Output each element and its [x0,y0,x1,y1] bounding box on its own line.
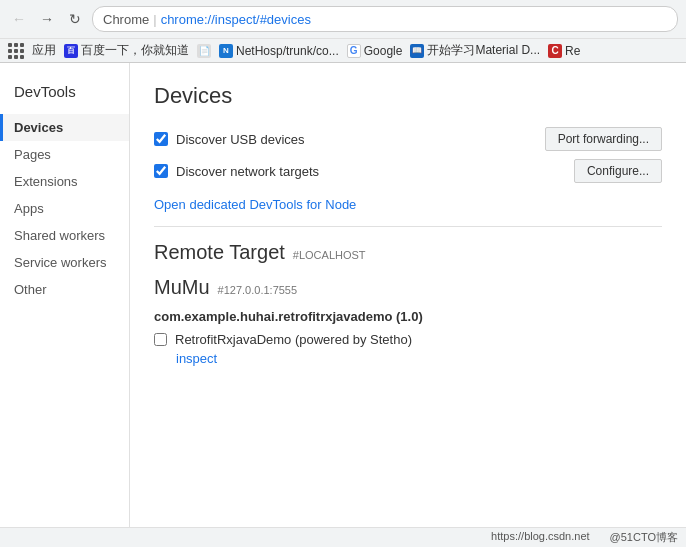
sidebar-item-extensions[interactable]: Extensions [0,168,129,195]
sidebar-item-shared-workers[interactable]: Shared workers [0,222,129,249]
sidebar-item-apps[interactable]: Apps [0,195,129,222]
status-watermark: @51CTO博客 [610,530,678,545]
re-favicon: C [548,44,562,58]
browser-toolbar: ← → ↻ Chrome | chrome://inspect/#devices [0,0,686,38]
bookmark-material[interactable]: 📖 开始学习Material D... [410,42,540,59]
address-url: chrome://inspect/#devices [161,12,667,27]
discover-usb-label: Discover USB devices [176,132,305,147]
sidebar-item-devices[interactable]: Devices [0,114,129,141]
material-favicon: 📖 [410,44,424,58]
mumu-addr: #127.0.0.1:7555 [218,284,298,296]
devtools-node-link[interactable]: Open dedicated DevTools for Node [154,197,356,212]
discover-network-label: Discover network targets [176,164,319,179]
bookmark-apps[interactable]: 应用 [32,42,56,59]
sidebar-title: DevTools [0,75,129,114]
back-button[interactable]: ← [8,8,30,30]
status-bar: https://blog.csdn.net @51CTO博客 [0,527,686,547]
remote-target-sub: #LOCALHOST [293,249,366,261]
app-name: com.example.huhai.retrofitrxjavademo (1.… [154,309,662,324]
configure-button[interactable]: Configure... [574,159,662,183]
google-favicon: G [347,44,361,58]
main-layout: DevTools Devices Pages Extensions Apps S… [0,63,686,547]
discover-usb-row: Discover USB devices [154,132,305,147]
inspect-checkbox[interactable] [154,333,167,346]
inspect-link[interactable]: inspect [176,351,662,366]
address-label: Chrome [103,12,149,27]
discover-usb-checkbox[interactable] [154,132,168,146]
address-bar[interactable]: Chrome | chrome://inspect/#devices [92,6,678,32]
bookmark-google[interactable]: G Google [347,44,403,58]
mumu-header: MuMu #127.0.0.1:7555 [154,276,662,299]
remote-target-header: Remote Target #LOCALHOST [154,241,662,264]
sidebar: DevTools Devices Pages Extensions Apps S… [0,63,130,547]
bookmark-re[interactable]: C Re [548,44,580,58]
page-title: Devices [154,83,662,109]
bookmarks-bar: 应用 百 百度一下，你就知道 📄 N NetHosp/trunk/co... G… [0,38,686,62]
mumu-title: MuMu [154,276,210,299]
nethosp-favicon: N [219,44,233,58]
page-favicon: 📄 [197,44,211,58]
remote-target-title: Remote Target [154,241,285,264]
status-url: https://blog.csdn.net [491,530,589,545]
port-forwarding-button[interactable]: Port forwarding... [545,127,662,151]
bookmark-baidu[interactable]: 百 百度一下，你就知道 [64,42,189,59]
baidu-favicon: 百 [64,44,78,58]
content-area: Devices Discover USB devices Port forwar… [130,63,686,547]
sidebar-item-other[interactable]: Other [0,276,129,303]
sidebar-item-pages[interactable]: Pages [0,141,129,168]
inspect-item-row: RetrofitRxjavaDemo (powered by Stetho) [154,332,662,347]
forward-button[interactable]: → [36,8,58,30]
refresh-button[interactable]: ↻ [64,8,86,30]
bookmark-page[interactable]: 📄 [197,44,211,58]
browser-chrome: ← → ↻ Chrome | chrome://inspect/#devices… [0,0,686,63]
sidebar-item-service-workers[interactable]: Service workers [0,249,129,276]
section-divider [154,226,662,227]
discover-network-checkbox[interactable] [154,164,168,178]
discover-network-row: Discover network targets [154,164,319,179]
bookmark-nethosp[interactable]: N NetHosp/trunk/co... [219,44,339,58]
apps-icon[interactable] [8,43,24,59]
inspect-item-label: RetrofitRxjavaDemo (powered by Stetho) [175,332,412,347]
